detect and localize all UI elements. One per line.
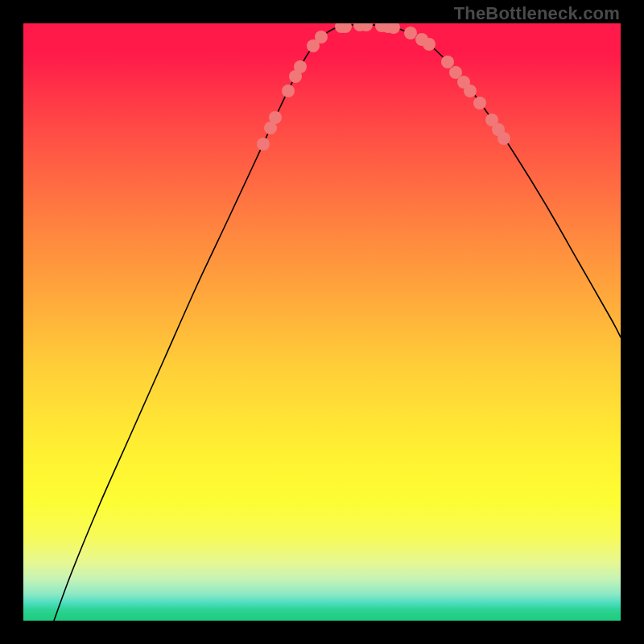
marker-dot [404, 27, 417, 39]
marker-dot [423, 38, 436, 51]
marker-dot [497, 132, 510, 145]
marker-dot [464, 85, 477, 97]
marker-group [257, 23, 510, 151]
marker-dot [257, 138, 270, 151]
marker-dot [294, 60, 307, 73]
marker-dot [269, 111, 282, 124]
marker-dot [441, 56, 454, 68]
marker-dot [282, 85, 295, 97]
marker-dot [315, 31, 328, 43]
watermark-text: TheBottleneck.com [454, 3, 620, 24]
chart-frame: TheBottleneck.com [0, 0, 644, 644]
chart-svg [23, 23, 621, 621]
bottleneck-curve [54, 25, 621, 621]
plot-area [23, 23, 621, 621]
marker-dot [473, 97, 486, 109]
